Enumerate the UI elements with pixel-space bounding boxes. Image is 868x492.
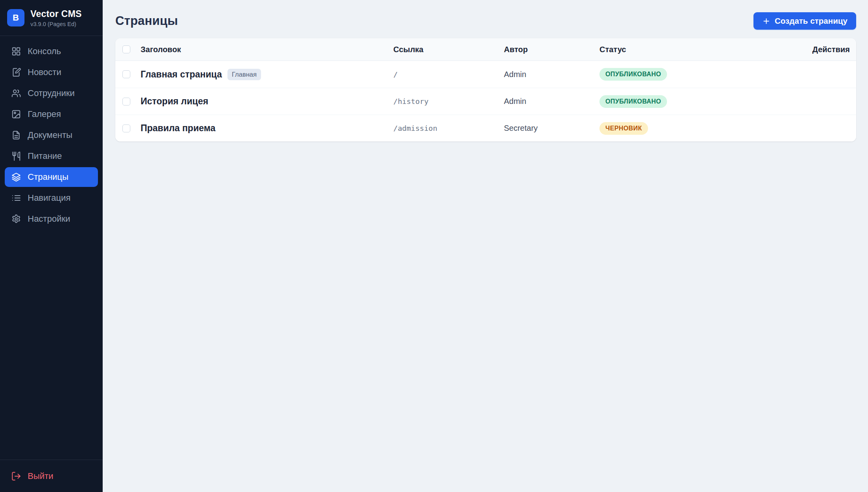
row-checkbox-cell — [115, 70, 141, 78]
utensils-icon — [11, 151, 21, 161]
column-header-author: Автор — [504, 45, 599, 54]
sidebar-item-documents[interactable]: Документы — [5, 125, 98, 145]
news-icon — [11, 67, 21, 77]
sidebar: B Vector CMS v3.9.0 (Pages Ed) Консоль Н… — [0, 0, 103, 492]
sidebar-item-dashboard[interactable]: Консоль — [5, 41, 98, 61]
app-version: v3.9.0 (Pages Ed) — [30, 21, 82, 27]
page-row-title: История лицея — [141, 96, 208, 107]
layers-icon — [11, 172, 21, 182]
column-header-title: Заголовок — [141, 45, 393, 54]
pages-table: Заголовок Ссылка Автор Статус Действия Г… — [115, 38, 856, 141]
sidebar-item-news[interactable]: Новости — [5, 62, 98, 82]
status-cell: ОПУБЛИКОВАНО — [599, 95, 797, 108]
table-row: Главная страница Главная / Admin ОПУБЛИК… — [115, 61, 856, 88]
documents-icon — [11, 130, 21, 140]
header-checkbox-cell — [115, 45, 141, 53]
main-content: Страницы Создать страницу Заголовок Ссыл… — [103, 0, 868, 492]
sidebar-item-gallery[interactable]: Галерея — [5, 104, 98, 124]
logout-label: Выйти — [28, 471, 53, 481]
page-title: Страницы — [115, 14, 178, 28]
table-row: История лицея /history Admin ОПУБЛИКОВАН… — [115, 88, 856, 115]
app-title: Vector CMS — [30, 9, 82, 19]
row-checkbox[interactable] — [122, 70, 130, 78]
create-page-button[interactable]: Создать страницу — [753, 12, 856, 30]
select-all-checkbox[interactable] — [122, 45, 130, 53]
logout-icon — [11, 471, 21, 481]
create-page-label: Создать страницу — [775, 16, 847, 26]
sidebar-item-gear[interactable]: Настройки — [5, 209, 98, 229]
app-brand: B Vector CMS v3.9.0 (Pages Ed) — [0, 0, 103, 36]
slug-cell: /admission — [393, 124, 504, 132]
slug-cell: / — [393, 70, 504, 79]
table-row: Правила приема /admission Secretary ЧЕРН… — [115, 115, 856, 141]
gallery-icon — [11, 109, 21, 119]
users-icon — [11, 88, 21, 98]
sidebar-nav: Консоль Новости Сотрудники Галерея Докум… — [0, 36, 103, 460]
plus-icon — [762, 17, 770, 25]
slug-cell: /history — [393, 97, 504, 106]
page-header: Страницы Создать страницу — [115, 12, 856, 30]
column-header-slug: Ссылка — [393, 45, 504, 54]
status-badge: ЧЕРНОВИК — [599, 122, 648, 135]
author-cell: Secretary — [504, 124, 599, 133]
table-body: Главная страница Главная / Admin ОПУБЛИК… — [115, 61, 856, 141]
table-header-row: Заголовок Ссылка Автор Статус Действия — [115, 38, 856, 61]
home-tag-badge: Главная — [227, 69, 261, 80]
row-checkbox-cell — [115, 98, 141, 106]
page-title-cell: Правила приема — [141, 123, 393, 134]
sidebar-item-utensils[interactable]: Питание — [5, 146, 98, 166]
page-row-title: Правила приема — [141, 123, 216, 134]
author-cell: Admin — [504, 97, 599, 106]
list-icon — [11, 193, 21, 203]
sidebar-item-users[interactable]: Сотрудники — [5, 83, 98, 103]
row-checkbox[interactable] — [122, 98, 130, 106]
row-checkbox[interactable] — [122, 124, 130, 132]
sidebar-item-layers[interactable]: Страницы — [5, 167, 98, 187]
brand-text: Vector CMS v3.9.0 (Pages Ed) — [30, 9, 82, 27]
page-title-cell: Главная страница Главная — [141, 69, 393, 80]
sidebar-item-list[interactable]: Навигация — [5, 188, 98, 208]
dashboard-icon — [11, 46, 21, 57]
column-header-actions: Действия — [797, 45, 856, 54]
page-title-cell: История лицея — [141, 96, 393, 107]
app-logo: B — [7, 9, 24, 26]
logout-button[interactable]: Выйти — [5, 466, 98, 486]
row-checkbox-cell — [115, 124, 141, 132]
status-badge: ОПУБЛИКОВАНО — [599, 95, 667, 108]
status-cell: ЧЕРНОВИК — [599, 122, 797, 135]
status-badge: ОПУБЛИКОВАНО — [599, 68, 667, 81]
status-cell: ОПУБЛИКОВАНО — [599, 68, 797, 81]
column-header-status: Статус — [599, 45, 797, 54]
author-cell: Admin — [504, 70, 599, 79]
page-row-title: Главная страница — [141, 69, 222, 80]
gear-icon — [11, 214, 21, 224]
sidebar-footer: Выйти — [0, 460, 103, 492]
